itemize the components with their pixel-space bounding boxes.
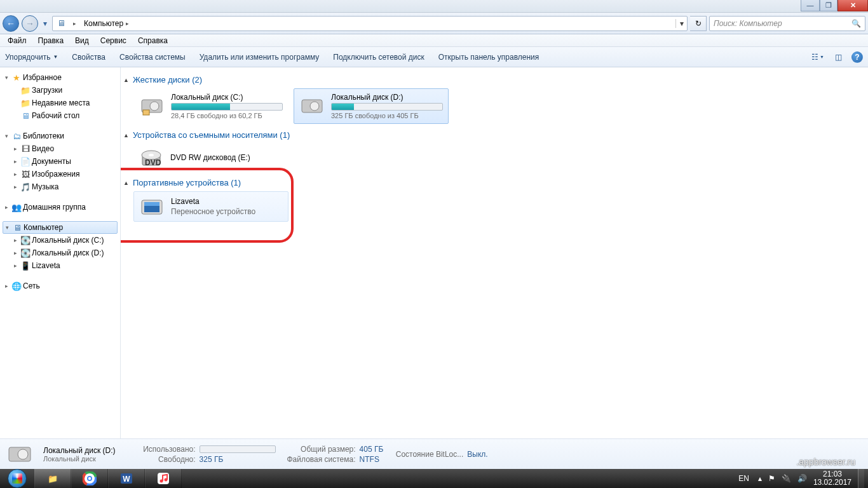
tree-desktop[interactable]: 🖥Рабочий стол bbox=[0, 109, 120, 122]
computer-icon: 🖥 bbox=[55, 18, 67, 29]
search-icon: 🔍 bbox=[851, 19, 861, 28]
menu-view[interactable]: Вид bbox=[70, 35, 94, 46]
collapse-icon: ▲ bbox=[123, 132, 129, 139]
itunes-icon bbox=[156, 471, 170, 485]
drive-d[interactable]: Локальный диск (D:) 325 ГБ свободно из 4… bbox=[294, 88, 449, 124]
show-desktop-button[interactable] bbox=[858, 469, 864, 488]
folder-icon: 📁 bbox=[48, 473, 58, 484]
close-button[interactable]: ✕ bbox=[837, 0, 868, 11]
tree-favorites[interactable]: ★Избранное bbox=[0, 71, 120, 84]
view-options-button[interactable]: ☷▼ bbox=[811, 50, 825, 64]
clock-date: 13.02.2017 bbox=[813, 478, 851, 487]
folder-icon: 📁 bbox=[20, 85, 31, 95]
open-control-panel-button[interactable]: Открыть панель управления bbox=[438, 53, 539, 62]
homegroup-icon: 👥 bbox=[11, 202, 22, 212]
command-bar: Упорядочить▼ Свойства Свойства системы У… bbox=[0, 47, 868, 67]
menu-tools[interactable]: Сервис bbox=[95, 35, 132, 46]
section-removable[interactable]: ▲Устройства со съемными носителями (1) bbox=[123, 130, 863, 140]
volume-icon[interactable]: 🔊 bbox=[797, 474, 807, 483]
start-button[interactable] bbox=[0, 469, 34, 488]
svg-text:DVD: DVD bbox=[145, 158, 161, 167]
taskbar-itunes[interactable] bbox=[145, 469, 182, 488]
search-input[interactable]: Поиск: Компьютер 🔍 bbox=[709, 16, 865, 31]
address-dropdown[interactable]: ▾ bbox=[675, 19, 687, 28]
label-free: Свободно: bbox=[126, 455, 196, 464]
tree-pictures[interactable]: 🖼Изображения bbox=[0, 168, 120, 180]
hdd-icon bbox=[6, 441, 33, 468]
music-icon: 🎵 bbox=[20, 182, 31, 192]
breadcrumb-computer[interactable]: Компьютер ▸ bbox=[80, 17, 133, 30]
back-button[interactable]: ← bbox=[3, 15, 19, 32]
dvd-drive[interactable]: DVD DVD RW дисковод (E:) bbox=[133, 144, 288, 172]
maximize-button[interactable]: ❐ bbox=[820, 0, 837, 11]
tree-disk-c[interactable]: 💽Локальный диск (C:) bbox=[0, 234, 120, 247]
system-properties-button[interactable]: Свойства системы bbox=[119, 53, 186, 62]
computer-icon: 🖥 bbox=[12, 222, 22, 233]
chevron-right-icon: ▸ bbox=[73, 20, 76, 27]
svg-text:W: W bbox=[123, 475, 130, 484]
usage-bar bbox=[171, 103, 283, 111]
label-filesystem: Файловая система: bbox=[286, 455, 356, 464]
tree-recent[interactable]: 📁Недавние места bbox=[0, 97, 120, 109]
preview-pane-button[interactable]: ◫ bbox=[831, 50, 845, 64]
menu-help[interactable]: Справка bbox=[133, 35, 173, 46]
libraries-icon: 🗂 bbox=[11, 131, 22, 141]
svg-point-4 bbox=[310, 102, 319, 111]
tree-network[interactable]: 🌐Сеть bbox=[0, 280, 120, 292]
documents-icon: 📄 bbox=[20, 156, 31, 166]
menu-edit[interactable]: Правка bbox=[33, 35, 69, 46]
tree-libraries[interactable]: 🗂Библиотеки bbox=[0, 130, 120, 142]
svg-point-1 bbox=[150, 102, 159, 111]
pictures-icon: 🖼 bbox=[20, 169, 31, 179]
language-indicator[interactable]: EN bbox=[736, 474, 752, 483]
help-button[interactable]: ? bbox=[851, 51, 863, 63]
organize-button[interactable]: Упорядочить▼ bbox=[5, 53, 58, 62]
tree-computer[interactable]: 🖥Компьютер bbox=[3, 221, 118, 234]
nav-history-dropdown[interactable]: ▾ bbox=[41, 15, 50, 32]
taskbar-explorer[interactable]: 📁 bbox=[34, 469, 71, 488]
action-center-icon[interactable]: ⚑ bbox=[768, 474, 775, 483]
menu-file[interactable]: Файл bbox=[3, 35, 32, 46]
section-portable[interactable]: ▲Портативные устройства (1) bbox=[123, 178, 863, 187]
section-hard-disks[interactable]: ▲Жесткие диски (2) bbox=[123, 75, 863, 85]
tree-music[interactable]: 🎵Музыка bbox=[0, 180, 120, 193]
tree-homegroup[interactable]: 👥Домашняя группа bbox=[0, 201, 120, 214]
uninstall-program-button[interactable]: Удалить или изменить программу bbox=[200, 53, 320, 62]
drive-c[interactable]: Локальный диск (C:) 28,4 ГБ свободно из … bbox=[133, 88, 288, 124]
refresh-button[interactable]: ↻ bbox=[690, 16, 707, 31]
tree-documents[interactable]: 📄Документы bbox=[0, 155, 120, 168]
watermark: .appbrowser.ru bbox=[796, 457, 855, 467]
tree-downloads[interactable]: 📁Загрузки bbox=[0, 84, 120, 97]
power-icon[interactable]: 🔌 bbox=[782, 474, 791, 483]
address-bar[interactable]: 🖥 ▸ Компьютер ▸ ▾ bbox=[52, 16, 688, 31]
disk-icon: 💽 bbox=[20, 235, 31, 245]
tray-overflow-icon[interactable]: ▴ bbox=[758, 474, 762, 483]
chevron-right-icon: ▸ bbox=[126, 20, 129, 27]
star-icon: ★ bbox=[11, 72, 22, 83]
taskbar-chrome[interactable] bbox=[71, 469, 108, 488]
network-icon: 🌐 bbox=[11, 281, 22, 291]
usage-bar bbox=[331, 103, 443, 111]
svg-point-19 bbox=[88, 477, 91, 480]
properties-button[interactable]: Свойства bbox=[72, 53, 105, 62]
taskbar-word[interactable]: W bbox=[108, 469, 145, 488]
system-tray: EN ▴ ⚑ 🔌 🔊 21:03 13.02.2017 bbox=[732, 469, 868, 488]
word-icon: W bbox=[119, 471, 133, 485]
drive-name: Локальный диск (D:) bbox=[331, 93, 443, 102]
folder-icon: 📁 bbox=[20, 98, 31, 108]
forward-button[interactable]: → bbox=[22, 15, 38, 32]
portable-device-lizaveta[interactable]: Lizaveta Переносное устройство bbox=[133, 191, 288, 222]
map-network-drive-button[interactable]: Подключить сетевой диск bbox=[333, 53, 424, 62]
menu-bar: Файл Правка Вид Сервис Справка bbox=[0, 34, 868, 47]
value-bitlocker: Выкл. bbox=[467, 450, 487, 459]
desktop-icon: 🖥 bbox=[20, 111, 31, 121]
tree-video[interactable]: 🎞Видео bbox=[0, 142, 120, 155]
minimize-button[interactable]: — bbox=[801, 0, 820, 11]
tree-lizaveta[interactable]: 📱Lizaveta bbox=[0, 259, 120, 272]
clock[interactable]: 21:03 13.02.2017 bbox=[813, 470, 851, 487]
value-filesystem: NTFS bbox=[360, 455, 379, 464]
drive-free-text: 325 ГБ свободно из 405 ГБ bbox=[331, 112, 443, 119]
dvd-icon: DVD bbox=[139, 145, 164, 170]
label-total: Общий размер: bbox=[286, 445, 356, 454]
tree-disk-d[interactable]: 💽Локальный диск (D:) bbox=[0, 247, 120, 259]
